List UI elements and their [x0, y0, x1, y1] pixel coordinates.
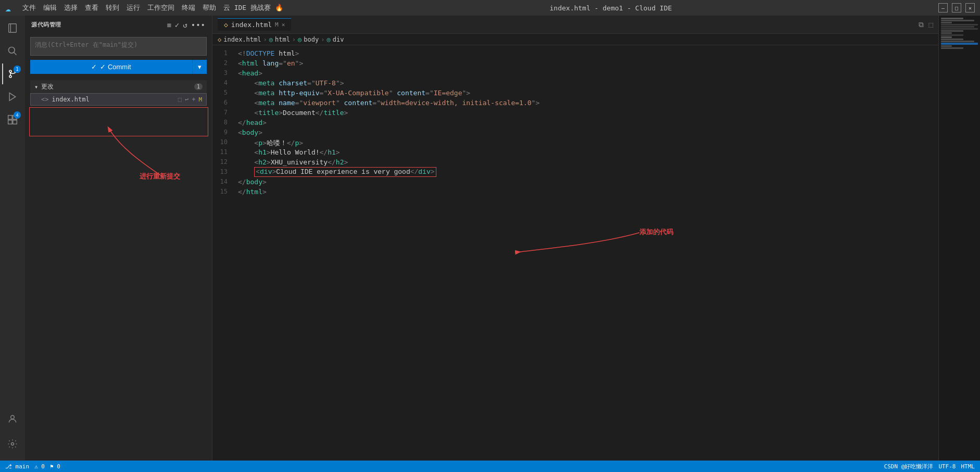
minimize-button[interactable]: —: [938, 3, 948, 12]
changes-header[interactable]: ▾ 更改 1: [30, 80, 207, 93]
open-file-icon[interactable]: ⬚: [178, 96, 182, 103]
status-warnings[interactable]: ⚠ 0: [34, 463, 45, 470]
settings-activity-icon[interactable]: [2, 433, 23, 454]
code-line-3: 3 <head>: [212, 69, 938, 79]
commit-dropdown-button[interactable]: ▾: [192, 60, 207, 74]
file-code-icon: <>: [41, 96, 48, 103]
breadcrumb-div[interactable]: div: [333, 36, 344, 43]
status-errors[interactable]: ⚑ 0: [50, 463, 60, 470]
breadcrumb-body[interactable]: body: [304, 36, 319, 43]
minimap-line-6: [941, 28, 978, 30]
menu-terminal[interactable]: 终端: [182, 3, 195, 12]
editor-tab-index-html[interactable]: ◇ index.html M ✕: [218, 18, 291, 31]
changes-header-left: ▾ 更改: [34, 82, 54, 91]
breadcrumb-html-icon: ◎: [269, 36, 273, 43]
menu-run[interactable]: 运行: [127, 3, 140, 12]
discard-changes-icon[interactable]: ↩: [185, 96, 189, 103]
more-actions-icon[interactable]: •••: [191, 21, 206, 29]
minimap-line-1: [941, 18, 963, 19]
close-button[interactable]: ✕: [965, 3, 975, 12]
status-user: CSDN @好吃懒洋洋: [884, 463, 934, 470]
menu-select[interactable]: 选择: [64, 3, 78, 12]
menu-bar: 文件 编辑 选择 查看 转到 运行 工作空间 终端 帮助 云 IDE 挑战赛 🔥: [22, 3, 283, 12]
svg-point-4: [9, 70, 11, 72]
status-encoding[interactable]: UTF-8: [938, 463, 956, 470]
tab-close-button[interactable]: ✕: [282, 21, 285, 28]
commit-button-row: ✓ ✓ Commit ▾: [30, 60, 207, 74]
menu-view[interactable]: 查看: [85, 3, 98, 12]
sidebar-content: ✓ ✓ Commit ▾ ▾ 更改 1 <> index.html: [25, 34, 212, 109]
breadcrumb-sep-1: ›: [263, 36, 267, 43]
extensions-activity-icon[interactable]: 4: [2, 109, 23, 130]
svg-rect-10: [8, 120, 12, 124]
sidebar: 源代码管理 ≡ ✓ ↺ ••• ✓ ✓ Commit ▾ ▾: [25, 16, 212, 461]
status-branch[interactable]: ⎇ main: [5, 463, 29, 470]
code-editor[interactable]: 1 <!DOCTYPE html> 2 <html lang="en"> 3 <…: [212, 45, 938, 461]
minimap-line-2: [941, 20, 974, 21]
sidebar-header: 源代码管理 ≡ ✓ ↺ •••: [25, 16, 212, 34]
minimap-line-3: [941, 22, 952, 23]
refresh-icon[interactable]: ↺: [183, 21, 187, 29]
menu-edit[interactable]: 编辑: [43, 3, 57, 12]
svg-rect-11: [13, 120, 17, 124]
menu-workspace[interactable]: 工作空间: [147, 3, 174, 12]
status-language[interactable]: HTML: [961, 463, 975, 470]
stage-all-icon[interactable]: ≡: [167, 21, 171, 29]
minimap: [938, 16, 980, 461]
sidebar-title: 源代码管理: [31, 21, 61, 29]
add-code-annotation-label: 添加的代码: [639, 227, 673, 237]
redo-annotation-label: 进行重新提交: [140, 172, 180, 181]
window-controls: — □ ✕: [938, 3, 975, 12]
account-activity-icon[interactable]: [2, 409, 23, 429]
line-num-14: 14: [212, 178, 236, 185]
breadcrumb-file[interactable]: index.html: [223, 36, 261, 43]
activity-bottom: [2, 409, 23, 461]
sidebar-header-actions: ≡ ✓ ↺ •••: [167, 21, 206, 29]
line-content-9: <body>: [238, 129, 938, 136]
statusbar-right: CSDN @好吃懒洋洋 UTF-8 HTML: [884, 463, 975, 470]
breadcrumb-html[interactable]: html: [275, 36, 290, 43]
changes-label: 更改: [41, 82, 54, 91]
search-activity-icon[interactable]: [2, 41, 23, 61]
editor-toolbar-right: ⧉ ⬚: [919, 20, 933, 29]
maximize-button[interactable]: □: [952, 3, 961, 12]
titlebar-left: ☁ 文件 编辑 选择 查看 转到 运行 工作空间 终端 帮助 云 IDE 挑战赛…: [5, 3, 283, 14]
menu-help[interactable]: 帮助: [203, 3, 216, 12]
toggle-panel-icon[interactable]: ⬚: [929, 20, 933, 29]
tab-filename: index.html: [231, 21, 272, 29]
menu-challenge[interactable]: 云 IDE 挑战赛 🔥: [223, 3, 283, 12]
line-content-1: <!DOCTYPE html>: [238, 49, 938, 57]
code-line-8: 8 </head>: [212, 119, 938, 129]
run-activity-icon[interactable]: [2, 86, 23, 107]
commit-check-icon[interactable]: ✓: [175, 21, 180, 29]
line-content-10: <p>哈喽！</p>: [238, 138, 938, 148]
line-content-15: </html>: [238, 188, 938, 196]
file-name: index.html: [52, 96, 89, 103]
main-layout: 1 4 源代码管理 ≡ ✓ ↺ •••: [0, 16, 980, 461]
code-line-6: 6 <meta name="viewport" content="width=d…: [212, 99, 938, 109]
statusbar: ⎇ main ⚠ 0 ⚑ 0 CSDN @好吃懒洋洋 UTF-8 HTML: [0, 461, 980, 472]
split-editor-icon[interactable]: ⧉: [919, 20, 924, 29]
commit-button[interactable]: ✓ ✓ Commit: [30, 60, 192, 74]
editor-tabs: ◇ index.html M ✕: [218, 18, 291, 31]
breadcrumb-div-icon: ◎: [326, 36, 330, 43]
minimap-line-12: [941, 41, 974, 42]
line-num-8: 8: [212, 119, 236, 126]
menu-file[interactable]: 文件: [22, 3, 36, 12]
commit-label: ✓ Commit: [100, 63, 131, 71]
menu-goto[interactable]: 转到: [106, 3, 119, 12]
files-activity-icon[interactable]: [2, 18, 23, 39]
breadcrumb-file-icon: ◇: [218, 36, 221, 43]
file-actions: ⬚ ↩ + M: [178, 96, 202, 103]
svg-line-3: [14, 53, 17, 55]
svg-rect-1: [10, 24, 16, 33]
stage-changes-icon[interactable]: +: [192, 96, 195, 103]
line-content-4: <meta charset="UTF-8">: [238, 79, 938, 87]
tab-modified-indicator: M: [275, 21, 279, 28]
line-num-6: 6: [212, 99, 236, 106]
commit-message-input[interactable]: [30, 37, 207, 56]
breadcrumb: ◇ index.html › ◎ html › ◎ body › ◎ div: [212, 34, 938, 45]
source-control-activity-icon[interactable]: 1: [2, 63, 23, 84]
file-item-index-html[interactable]: <> index.html ⬚ ↩ + M: [30, 93, 207, 106]
commit-check-icon: ✓: [91, 63, 97, 71]
